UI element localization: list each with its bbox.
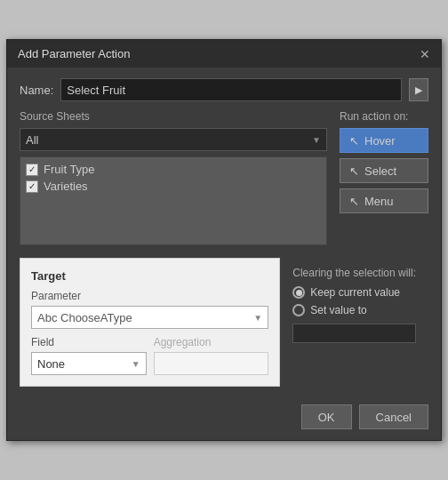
- source-dropdown-chevron: ▼: [312, 135, 321, 145]
- field-dropdown[interactable]: None ▼: [31, 352, 147, 375]
- source-section: Source Sheets All ▼ ✓ Fruit Type ✓ Varie…: [20, 110, 428, 245]
- set-value-row[interactable]: Set value to: [292, 304, 416, 316]
- close-button[interactable]: ✕: [420, 48, 430, 60]
- aggregation-column: Aggregation: [154, 336, 269, 375]
- cursor-menu-icon: ↖: [349, 195, 359, 208]
- menu-label: Menu: [364, 195, 394, 208]
- set-value-label: Set value to: [310, 304, 366, 316]
- title-bar: Add Parameter Action ✕: [7, 40, 441, 68]
- field-column: Field None ▼: [31, 336, 147, 375]
- select-button[interactable]: ↖ Select: [340, 158, 428, 183]
- cursor-select-icon: ↖: [349, 164, 359, 178]
- set-value-radio[interactable]: [292, 304, 305, 316]
- clearing-section: Clearing the selection will: Keep curren…: [280, 258, 428, 352]
- source-dropdown-value: All: [26, 133, 38, 147]
- dialog-body: Name: ▶ Source Sheets All ▼ ✓ Fruit Type: [7, 68, 441, 397]
- keep-current-row[interactable]: Keep current value: [292, 286, 416, 299]
- cursor-hover-icon: ↖: [349, 134, 359, 148]
- parameter-dropdown[interactable]: Abc ChooseAType ▼: [31, 306, 268, 329]
- parameter-dropdown-chevron: ▼: [253, 313, 262, 323]
- target-title: Target: [31, 269, 268, 283]
- hover-button[interactable]: ↖ Hover: [340, 128, 428, 153]
- ok-button[interactable]: OK: [301, 404, 352, 429]
- list-item[interactable]: ✓ Varieties: [26, 180, 321, 193]
- varieties-checkbox[interactable]: ✓: [26, 180, 38, 193]
- dialog-footer: OK Cancel: [7, 397, 441, 440]
- fruit-type-checkbox[interactable]: ✓: [26, 164, 38, 176]
- source-sheets-label: Source Sheets: [20, 110, 327, 123]
- clearing-label: Clearing the selection will:: [292, 267, 416, 279]
- parameter-dropdown-value: Abc ChooseAType: [37, 311, 132, 324]
- varieties-label: Varieties: [44, 180, 88, 193]
- run-action-label: Run action on:: [340, 110, 428, 123]
- dialog-title: Add Parameter Action: [18, 47, 130, 60]
- add-parameter-action-dialog: Add Parameter Action ✕ Name: ▶ Source Sh…: [6, 39, 442, 441]
- keep-current-label: Keep current value: [310, 286, 400, 299]
- select-label: Select: [364, 164, 396, 178]
- bottom-section: Target Parameter Abc ChooseAType ▼ Field…: [20, 258, 428, 387]
- cancel-button[interactable]: Cancel: [359, 404, 428, 429]
- aggregation-label: Aggregation: [154, 336, 269, 348]
- source-left: Source Sheets All ▼ ✓ Fruit Type ✓ Varie…: [20, 110, 327, 245]
- set-value-input[interactable]: [292, 324, 416, 343]
- target-card: Target Parameter Abc ChooseAType ▼ Field…: [20, 258, 280, 387]
- field-label: Field: [31, 336, 147, 348]
- name-label: Name:: [20, 84, 53, 97]
- hover-label: Hover: [364, 134, 396, 148]
- name-row: Name: ▶: [20, 78, 428, 101]
- parameter-label: Parameter: [31, 290, 268, 302]
- keep-current-radio[interactable]: [292, 286, 305, 299]
- menu-button[interactable]: ↖ Menu: [340, 188, 428, 213]
- aggregation-dropdown[interactable]: [154, 352, 269, 375]
- field-dropdown-chevron: ▼: [132, 359, 140, 369]
- run-action-section: Run action on: ↖ Hover ↖ Select ↖ Menu: [340, 110, 428, 245]
- field-value: None: [37, 357, 65, 371]
- name-input[interactable]: [60, 78, 402, 101]
- source-list: ✓ Fruit Type ✓ Varieties: [20, 156, 327, 245]
- name-arrow-button[interactable]: ▶: [409, 78, 428, 101]
- source-dropdown[interactable]: All ▼: [20, 128, 327, 151]
- field-agg-row: Field None ▼ Aggregation: [31, 336, 268, 375]
- fruit-type-label: Fruit Type: [44, 163, 95, 176]
- list-item[interactable]: ✓ Fruit Type: [26, 163, 321, 176]
